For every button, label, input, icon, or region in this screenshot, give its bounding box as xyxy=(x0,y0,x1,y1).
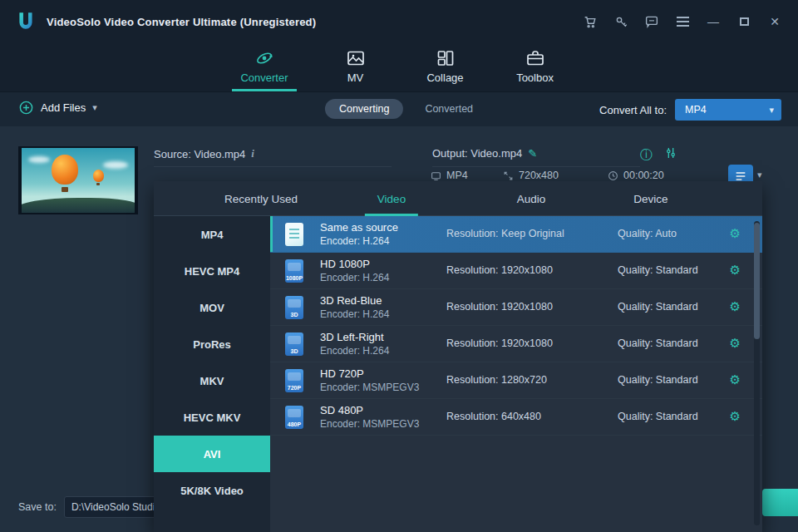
profile-resolution: Resolution: 1280x720 xyxy=(446,374,547,386)
converter-icon xyxy=(254,48,274,68)
profile-quality: Quality: Standard xyxy=(618,411,698,422)
profile-name: Same as source xyxy=(320,221,398,234)
video-thumbnail[interactable] xyxy=(18,146,138,214)
format-mini-icon xyxy=(431,170,441,181)
format-file-icon: 1080P xyxy=(285,259,303,283)
add-files-button[interactable]: Add Files ▾ xyxy=(18,100,97,116)
sidebar-format-hevc-mp4[interactable]: HEVC MP4 xyxy=(154,253,270,289)
tab-label: MV xyxy=(347,71,364,84)
tab-converter[interactable]: Converter xyxy=(235,43,293,91)
row-format-caret-icon[interactable]: ▾ xyxy=(757,170,762,180)
app-window: VideoSolo Video Converter Ultimate (Unre… xyxy=(0,0,798,532)
profile-settings-gear-icon[interactable]: ⚙ xyxy=(730,263,741,278)
menu-icon[interactable] xyxy=(674,13,691,30)
tab-collage[interactable]: Collage xyxy=(418,43,473,91)
main-nav: Converter MV Collage Toolbox xyxy=(0,43,798,91)
add-files-plus-icon xyxy=(18,100,34,116)
balloon-graphic xyxy=(52,155,78,185)
tab-converting[interactable]: Converting xyxy=(325,99,403,119)
sidebar-format-mp4[interactable]: MP4 xyxy=(154,216,270,253)
output-filename: Output: Video.mp4 xyxy=(432,147,522,160)
profile-row[interactable]: 3D3D Red-BlueEncoder: H.264Resolution: 1… xyxy=(270,289,762,326)
convert-all-button[interactable] xyxy=(762,489,798,516)
format-panel: Recently Used Video Audio Device MP4HEVC… xyxy=(154,181,762,532)
profile-list: Same as sourceEncoder: H.264Resolution: … xyxy=(270,216,762,532)
panel-tab-audio[interactable]: Audio xyxy=(517,181,546,216)
panel-tab-video[interactable]: Video xyxy=(377,181,406,216)
profile-settings-gear-icon[interactable]: ⚙ xyxy=(730,226,741,241)
profile-settings-gear-icon[interactable]: ⚙ xyxy=(730,409,741,424)
meta-resolution: 720x480 xyxy=(503,170,559,181)
info-circle-icon[interactable]: ⓘ xyxy=(640,147,653,163)
profile-name: HD 720P xyxy=(320,367,364,380)
profile-name: HD 1080P xyxy=(320,258,370,270)
profile-row[interactable]: 720PHD 720PEncoder: MSMPEGV3Resolution: … xyxy=(270,362,762,399)
cart-icon[interactable] xyxy=(582,13,598,30)
clock-mini-icon xyxy=(608,170,618,181)
profile-settings-gear-icon[interactable]: ⚙ xyxy=(730,299,741,314)
format-file-icon: 3D xyxy=(285,332,303,356)
save-to-label: Save to: xyxy=(18,501,57,513)
tab-label: Converter xyxy=(240,71,288,84)
convert-all-format-dropdown[interactable]: MP4 ▾ xyxy=(675,99,781,121)
source-info-icon[interactable]: i xyxy=(251,147,254,160)
convert-all-format-value: MP4 xyxy=(685,104,707,116)
add-files-label: Add Files xyxy=(41,101,86,114)
tab-toolbox[interactable]: Toolbox xyxy=(508,43,563,91)
profile-resolution: Resolution: 1920x1080 xyxy=(446,301,553,313)
meta-format: MP4 xyxy=(431,170,468,181)
sidebar-format-prores[interactable]: ProRes xyxy=(154,326,270,362)
profile-resolution: Resolution: Keep Original xyxy=(446,228,564,239)
add-files-caret-icon[interactable]: ▾ xyxy=(92,102,97,113)
feedback-icon[interactable] xyxy=(643,13,660,30)
tab-mv[interactable]: MV xyxy=(328,43,383,91)
panel-tab-device[interactable]: Device xyxy=(633,181,667,216)
profile-quality: Quality: Standard xyxy=(618,301,698,313)
profile-encoder: Encoder: H.264 xyxy=(320,235,389,247)
tab-converted[interactable]: Converted xyxy=(425,103,473,115)
profile-encoder: Encoder: H.264 xyxy=(320,345,389,357)
panel-scrollbar[interactable] xyxy=(754,221,760,525)
title-bar: VideoSolo Video Converter Ultimate (Unre… xyxy=(0,0,798,43)
format-file-icon: 480P xyxy=(285,406,303,429)
profile-settings-gear-icon[interactable]: ⚙ xyxy=(730,336,741,351)
toolbox-icon xyxy=(525,48,545,68)
profile-name: 3D Left-Right xyxy=(320,331,384,343)
profile-row[interactable]: 1080PHD 1080PEncoder: H.264Resolution: 1… xyxy=(270,253,762,289)
profile-settings-gear-icon[interactable]: ⚙ xyxy=(730,372,741,387)
key-icon[interactable] xyxy=(613,13,629,30)
profile-row[interactable]: Same as sourceEncoder: H.264Resolution: … xyxy=(270,216,762,253)
format-file-icon xyxy=(285,223,303,246)
resolution-mini-icon xyxy=(503,170,514,181)
profile-quality: Quality: Standard xyxy=(618,374,698,386)
tab-label: Toolbox xyxy=(516,71,554,84)
close-button[interactable]: ✕ xyxy=(766,13,783,30)
app-logo-icon xyxy=(15,11,37,32)
source-filename: Source: Video.mp4 xyxy=(154,148,245,160)
profile-encoder: Encoder: H.264 xyxy=(320,272,389,283)
sidebar-format-avi[interactable]: AVI xyxy=(154,436,270,472)
thumbnail-image xyxy=(22,148,135,213)
profile-row[interactable]: 3D3D Left-RightEncoder: H.264Resolution:… xyxy=(270,326,762,362)
profile-quality: Quality: Standard xyxy=(618,264,698,276)
profile-resolution: Resolution: 1920x1080 xyxy=(446,264,553,276)
scrollbar-thumb[interactable] xyxy=(754,223,760,339)
rename-pencil-icon[interactable]: ✎ xyxy=(528,147,537,160)
sidebar-format-mov[interactable]: MOV xyxy=(154,289,270,326)
profile-resolution: Resolution: 640x480 xyxy=(446,411,541,422)
profile-name: SD 480P xyxy=(320,404,363,416)
sidebar-format-hevc-mkv[interactable]: HEVC MKV xyxy=(154,399,270,436)
profile-encoder: Encoder: MSMPEGV3 xyxy=(320,382,419,393)
maximize-button[interactable] xyxy=(736,13,752,30)
profile-name: 3D Red-Blue xyxy=(320,294,382,307)
format-file-icon: 720P xyxy=(285,369,303,392)
panel-tab-recently-used[interactable]: Recently Used xyxy=(224,181,298,216)
sidebar-format-mkv[interactable]: MKV xyxy=(154,362,270,399)
adjust-settings-icon[interactable] xyxy=(664,146,677,163)
dropdown-caret-icon: ▾ xyxy=(769,105,774,116)
profile-row[interactable]: 480PSD 480PEncoder: MSMPEGV3Resolution: … xyxy=(270,399,762,436)
sidebar-format-5k-8k-video[interactable]: 5K/8K Video xyxy=(154,472,270,509)
mv-icon xyxy=(346,48,366,68)
format-file-icon: 3D xyxy=(285,296,303,319)
minimize-button[interactable]: — xyxy=(705,13,722,30)
